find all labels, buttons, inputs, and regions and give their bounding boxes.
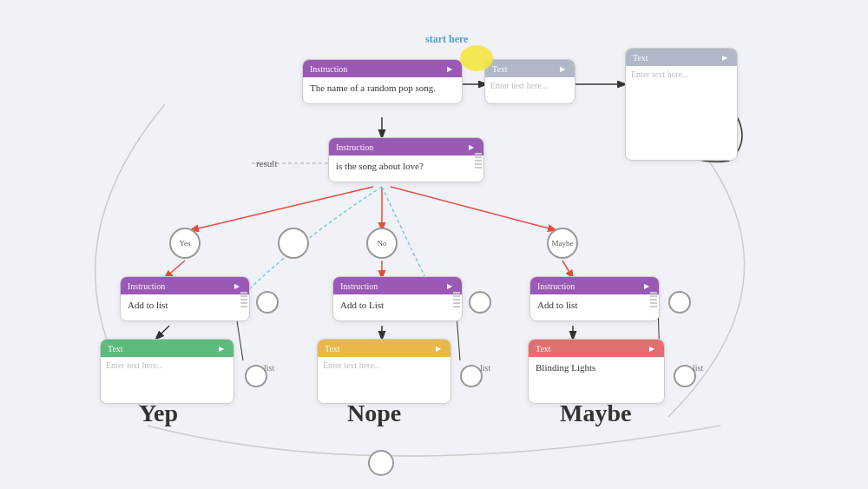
instr-no-label: Instruction [340,281,378,291]
instruction2-text: is the song about love? [336,161,424,171]
list-label-1: list [264,363,274,373]
instr-yes-text: Add to list [128,300,168,310]
instruction2-label: Instruction [336,142,373,152]
text2-header: Text [626,49,737,66]
instr-maybe-text: Add to list [537,300,577,310]
instr-maybe-node[interactable]: Instruction Add to list [529,276,660,321]
circle-instr-no-right[interactable] [469,291,491,314]
text2-node[interactable]: Text Enter text here... [625,48,738,161]
instruction1-label: Instruction [310,64,347,74]
instruction2-resize[interactable] [475,151,482,169]
instr-yes-node[interactable]: Instruction Add to list [120,276,250,321]
text-yes-node[interactable]: Text Enter text here... [100,339,234,404]
instr-no-body: Add to List [333,294,462,320]
text-yes-label: Text [108,344,123,354]
big-label-yep: Yep [139,400,178,427]
instruction2-body: is the song about love? [329,155,483,182]
text-yes-play[interactable] [216,343,227,354]
text1-label: Text [492,64,508,74]
text-no-node[interactable]: Text Enter text here... [317,339,451,404]
instr-no-header: Instruction [333,277,462,294]
svg-line-9 [562,261,573,278]
text-no-play[interactable] [433,343,444,354]
text-no-header: Text [318,340,450,357]
instruction1-node[interactable]: Instruction The name of a random pop son… [302,59,463,104]
text-no-body: Enter text here... [318,357,450,383]
text2-body: Enter text here... [626,66,737,92]
instr-maybe-header: Instruction [530,277,659,294]
instr-yes-body: Add to list [121,294,249,320]
circle-empty1[interactable] [278,228,309,259]
instr-no-text: Add to List [340,300,384,310]
text-maybe-play[interactable] [647,343,657,354]
instr-no-node[interactable]: Instruction Add to List [332,276,463,321]
circle-bottom[interactable] [368,450,394,476]
text1-header: Text [485,60,575,77]
text-maybe-label: Text [536,344,551,354]
text-yes-header: Text [101,340,233,357]
text-maybe-header: Text [529,340,664,357]
instr-yes-resize[interactable] [240,290,247,307]
text2-label: Text [633,53,648,63]
flow-canvas: start here Instruction The name of a ran… [0,0,868,489]
svg-line-6 [391,187,556,230]
big-label-nope: Nope [347,400,401,427]
svg-line-10 [156,326,169,339]
instruction1-text: The name of a random pop song. [310,83,436,93]
text2-play[interactable] [720,52,730,63]
circle-yes[interactable]: Yes [169,228,201,259]
instruction2-header: Instruction [329,138,483,155]
instr-maybe-label: Instruction [537,281,575,291]
text-no-label: Text [325,344,340,354]
list-label-2: list [480,363,490,373]
circle-maybe[interactable]: Maybe [547,228,578,259]
yes-label: Yes [179,239,190,248]
start-balloon [460,45,493,71]
big-label-maybe: Maybe [560,400,631,427]
svg-line-4 [191,187,373,230]
instr-maybe-resize[interactable] [650,290,657,307]
instruction1-header: Instruction [303,60,462,77]
text-maybe-value: Blinding Lights [536,362,595,373]
text-maybe-node[interactable]: Text Blinding Lights [528,339,665,404]
instr-yes-label: Instruction [128,281,165,291]
text1-play[interactable] [557,63,568,74]
start-label: start here [425,33,468,46]
instr-maybe-body: Add to list [530,294,659,320]
maybe-label: Maybe [552,239,574,248]
list-label-3: list [693,363,703,373]
text1-node[interactable]: Text Enter text here... [484,59,575,104]
result-label: result [256,158,277,169]
text-maybe-body: Blinding Lights [529,357,664,383]
circle-instr-yes-right[interactable] [256,291,279,314]
instr-yes-header: Instruction [121,277,249,294]
svg-line-7 [165,261,185,278]
circle-instr-maybe-right[interactable] [668,291,691,314]
text-yes-body: Enter text here... [101,357,233,383]
no-label: No [378,239,387,248]
instruction2-node[interactable]: Instruction is the song about love? [328,137,484,182]
circle-no[interactable]: No [366,228,398,259]
instruction1-play[interactable] [444,63,455,74]
instruction1-body: The name of a random pop song. [303,77,462,103]
instr-no-resize[interactable] [453,290,460,307]
text1-body: Enter text here... [485,77,575,103]
